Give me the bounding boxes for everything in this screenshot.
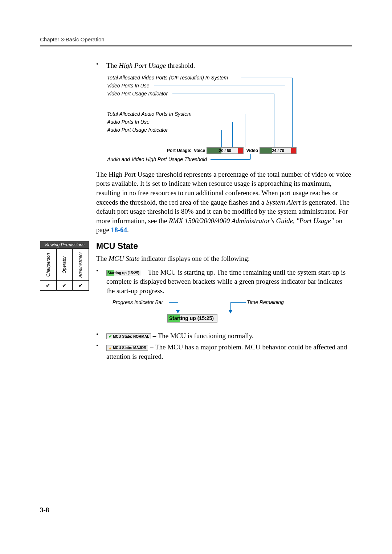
bullet-item: • ✔ MCU State: NORMAL – The MCU is funct… [96, 331, 352, 341]
mcu-state-body: MCU State The MCU State indicator displa… [96, 241, 352, 363]
paragraph-port-usage: The High Port Usage threshold represents… [96, 170, 352, 235]
progress-diagram: Progress Indicator Bar Time Remaining St… [113, 299, 352, 325]
document-page: Chapter 3-Basic Operation • The High Por… [0, 0, 392, 554]
voice-label: Voice [194, 148, 205, 153]
bullet-text: Starting up (15:25) – The MCU is startin… [106, 268, 352, 296]
bullet-text: ▲ MCU State: MAJOR – The MCU has a major… [106, 342, 352, 361]
pdiag-label-bar: Progress Indicator Bar [113, 299, 163, 305]
voice-gauge: 20 / 50 [207, 147, 244, 154]
bullet-item: • ▲ MCU State: MAJOR – The MCU has a maj… [96, 342, 352, 361]
bullet-marker: • [96, 268, 106, 296]
diag-label-audio-inuse: Audio Ports In Use [107, 119, 150, 125]
port-usage-diagram: Total Allocated Video Ports (CIF resolut… [107, 75, 352, 165]
permissions-table: Viewing Permissions Chairperson Operator… [40, 241, 89, 291]
check-icon: ✔ [108, 334, 112, 339]
video-gauge: 24 / 70 [260, 147, 297, 154]
bullet-text: ✔ MCU State: NORMAL – The MCU is functio… [106, 331, 254, 341]
bullet-marker: • [96, 331, 106, 341]
perm-col-operator: Operator [56, 249, 73, 281]
bullet-marker: • [96, 61, 106, 70]
video-label: Video [246, 148, 258, 153]
page-link[interactable]: 18-64 [111, 226, 127, 234]
page-number: 3-8 [40, 506, 49, 514]
mcu-state-section: Viewing Permissions Chairperson Operator… [40, 241, 352, 363]
perm-col-administrator: Administrator [73, 249, 89, 281]
header-rule [40, 45, 352, 46]
starting-up-badge-large: Starting up (15:25) [167, 314, 217, 323]
pdiag-label-time: Time Remaining [247, 299, 284, 305]
chapter-header: Chapter 3-Basic Operation [40, 36, 352, 42]
diag-label-audio-indicator: Audio Port Usage Indicator [107, 127, 168, 133]
perm-check: ✔ [56, 281, 73, 291]
diag-label-audio-total: Total Allocated Audio Ports In System [107, 111, 192, 117]
main-content: • The High Port Usage threshold. Total A… [96, 61, 352, 235]
diag-label-video-inuse: Video Ports In Use [107, 83, 149, 89]
mcu-intro: The MCU State indicator displays one of … [96, 254, 352, 263]
bullet-item: • The High Port Usage threshold. [96, 61, 352, 70]
perm-check: ✔ [40, 281, 57, 291]
port-usage-label: Port Usage: [167, 148, 191, 153]
perm-check: ✔ [73, 281, 89, 291]
perm-header: Viewing Permissions [40, 241, 89, 249]
permissions-box: Viewing Permissions Chairperson Operator… [40, 241, 89, 291]
arrow-icon [176, 310, 180, 313]
mcu-major-badge: ▲ MCU State: MAJOR [106, 345, 148, 351]
port-usage-bar: Port Usage: Voice 20 / 50 Video 24 / 70 [167, 147, 298, 154]
mcu-normal-badge: ✔ MCU State: NORMAL [106, 333, 151, 339]
diag-label-video-indicator: Video Port Usage Indicator [107, 91, 168, 97]
mcu-state-heading: MCU State [96, 241, 352, 251]
bullet-marker: • [96, 342, 106, 361]
arrow-icon [229, 310, 232, 313]
perm-col-chairperson: Chairperson [40, 249, 57, 281]
starting-up-badge: Starting up (15:25) [106, 270, 141, 276]
warning-icon: ▲ [108, 345, 112, 351]
diag-label-video-total: Total Allocated Video Ports (CIF resolut… [107, 75, 228, 81]
bullet-item: • Starting up (15:25) – The MCU is start… [96, 268, 352, 296]
bullet-text: The High Port Usage threshold. [106, 61, 195, 70]
diag-label-threshold: Audio and Video High Port Usage Threshol… [107, 156, 207, 162]
